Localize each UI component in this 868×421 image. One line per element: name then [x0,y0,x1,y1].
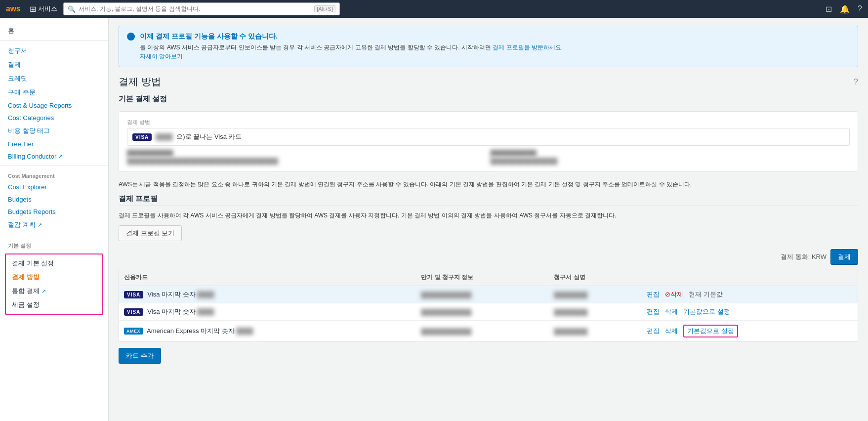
invoice-cell-3: ████████ [549,321,642,342]
banner-desc: 둘 이상의 AWS 서비스 공급자로부터 인보이스를 받는 경우 각 서비스 공… [140,43,563,61]
col-credit-card: 신용카드 [119,269,416,286]
payment-field-label: 결제 방법 [127,119,850,126]
view-profile-button[interactable]: 결제 프로필 보기 [119,225,182,241]
card-label-row3: American Express 마지막 숫자 ████ [147,327,253,336]
info-icon: i [127,33,135,41]
default-payment-card: 결제 방법 VISA ████ 으)로 끝나는 Visa 카드 ████████… [119,111,858,172]
table-row: VISA Visa 마지막 숫자 ████ ████████████ █████… [119,286,858,303]
sidebar-item-basic-settings[interactable]: 결제 기본 설정 [6,256,102,270]
payment-button[interactable]: 결제 [830,249,858,265]
sidebar-highlight-box: 결제 기본 설정 결제 방법 통합 결제 ↗ 세금 설정 [5,253,103,315]
currency-label: 결제 통화: KRW [781,253,827,261]
info-banner: i 이제 결제 프로필 기능을 사용할 수 있습니다. 둘 이상의 AWS 서비… [119,26,858,67]
set-default-link-2[interactable]: 기본값으로 설정 [683,308,730,315]
payment-profile-desc: 결제 프로필을 사용하여 각 AWS 서비스 공급자에게 결제 방법을 할당하여… [119,211,858,220]
delete-link-3[interactable]: 삭제 [665,327,678,335]
sidebar-item-cost-categories[interactable]: Cost Categories [0,112,108,124]
banner-title: 이제 결제 프로필 기능을 사용할 수 있습니다. [140,32,563,41]
col-invoice-desc: 청구서 설명 [549,269,642,286]
expiry-cell-2: ████████████ [416,303,549,321]
expiry-cell-1: ████████████ [416,286,549,303]
card-cell-2: VISA Visa 마지막 숫자 ████ [119,303,416,321]
actions-cell-3: 편집 삭제 기본값으로 설정 [642,321,858,342]
card-ending-text: 으)로 끝나는 Visa 카드 [176,132,241,141]
svg-text:aws: aws [6,4,21,13]
card-cell-3: AMEX American Express 마지막 숫자 ████ [119,321,416,342]
external-link-icon3: ↗ [41,288,46,295]
sidebar-item-credits[interactable]: 크레딧 [0,72,108,85]
edit-link-1[interactable]: 편집 [647,291,660,298]
sidebar-item-home[interactable]: 홈 [0,24,108,38]
add-card-button[interactable]: 카드 추가 [119,348,161,364]
visa-badge-row2: VISA [124,308,143,316]
amex-badge-row3: AMEX [124,328,143,335]
card-cell-1: VISA Visa 마지막 숫자 ████ [119,286,416,303]
main-content: i 이제 결제 프로필 기능을 사용할 수 있습니다. 둘 이상의 AWS 서비… [109,18,868,421]
expiry-cell-3: ████████████ [416,321,549,342]
help-icon[interactable]: ? [858,4,862,13]
billing-address-blurred-2: ████████████████████████████████████ [127,158,487,165]
page-title: 결제 방법 ? [119,75,858,88]
card-number-blurred: ████ [156,133,172,140]
default-card-row: VISA ████ 으)로 끝나는 Visa 카드 [127,128,850,146]
sidebar-item-budgets[interactable]: Budgets [0,193,108,206]
currency-row: 결제 통화: KRW 결제 [119,249,858,265]
invoice-cell-2: ████████ [549,303,642,321]
sidebar: 홈 청구서 결제 크레딧 구매 주문 Cost & Usage Reports … [0,18,109,421]
col-expiry-billing: 만기 및 청구지 정보 [416,269,549,286]
terminal-icon[interactable]: ⊡ [826,4,832,14]
card-label-row1: Visa 마지막 숫자 ████ [147,290,214,299]
edit-link-3[interactable]: 편집 [647,327,660,335]
credit-card-table: 신용카드 만기 및 청구지 정보 청구서 설명 VISA Visa 마지막 숫자… [119,269,858,342]
nav-icons: ⊡ 🔔 ? [826,4,862,14]
delete-link-2[interactable]: 삭제 [665,308,678,315]
default-payment-section-title: 기본 결제 설정 [119,94,858,106]
table-row: AMEX American Express 마지막 숫자 ████ ██████… [119,321,858,342]
billing-address-blurred-1: ████████████ [127,150,487,156]
actions-cell-1: 편집 ⊘삭제 현재 기본값 [642,286,858,303]
sidebar-item-cost-allocation-tags[interactable]: 비용 할당 태그 [0,124,108,138]
visa-badge-row1: VISA [124,291,143,298]
services-button[interactable]: ⊞ 서비스 [30,4,57,14]
invoice-cell-1: ████████ [549,286,642,303]
actions-cell-2: 편집 삭제 기본값으로 설정 [642,303,858,321]
aws-logo[interactable]: aws [6,3,24,15]
sidebar-item-payment-method[interactable]: 결제 방법 [6,270,102,284]
sidebar-item-purchase-orders[interactable]: 구매 주문 [0,85,108,99]
sidebar-section-cost-management: Cost Management [0,169,108,181]
external-link-icon2: ↗ [38,222,42,228]
billing-info-blurred-1: ████████████ [491,150,850,156]
sidebar-item-cost-explorer[interactable]: Cost Explorer [0,181,108,193]
sidebar-item-cost-usage-reports[interactable]: Cost & Usage Reports [0,99,108,112]
sidebar-item-savings-plan[interactable]: 절감 계획 ↗ [0,218,108,232]
billing-info-blurred-2: ████████████████ [491,158,850,165]
col-actions [642,269,858,286]
search-bar[interactable]: 🔍 [Alt+S] [63,2,340,15]
sidebar-item-free-tier[interactable]: Free Tier [0,138,108,150]
sidebar-item-billing-conductor[interactable]: Billing Conductor ↗ [0,150,108,163]
sidebar-item-tax-settings[interactable]: 세금 설정 [6,298,102,312]
payment-profile-title: 결제 프로필 [119,194,858,206]
delete-link-1[interactable]: ⊘삭제 [665,291,683,298]
page-help-icon[interactable]: ? [854,78,858,86]
search-shortcut: [Alt+S] [314,5,335,12]
external-link-icon: ↗ [58,153,63,160]
top-navigation: aws ⊞ 서비스 🔍 [Alt+S] ⊡ 🔔 ? [0,0,868,18]
sidebar-section-basic-settings: 기본 설정 [0,238,108,252]
payment-profile-section: 결제 프로필 결제 프로필을 사용하여 각 AWS 서비스 공급자에게 결제 방… [119,194,858,241]
visa-badge: VISA [132,133,152,141]
sidebar-item-invoice[interactable]: 청구서 [0,44,108,58]
edit-link-2[interactable]: 편집 [647,308,660,315]
sidebar-item-unified-payment[interactable]: 통합 결제 ↗ [6,284,102,298]
aws-info-text: AWS는 세금 적용을 결정하는 많은 요소 중 하나로 귀하의 기본 결제 방… [119,180,858,189]
bell-icon[interactable]: 🔔 [840,4,850,14]
main-layout: 홈 청구서 결제 크레딧 구매 주문 Cost & Usage Reports … [0,18,868,421]
set-default-highlighted-link[interactable]: 기본값으로 설정 [683,325,738,337]
table-row: VISA Visa 마지막 숫자 ████ ████████████ █████… [119,303,858,321]
banner-learn-more-link[interactable]: 자세히 알아보기 [140,53,183,60]
current-default-label: 현재 기본값 [689,291,723,298]
banner-profile-link[interactable]: 결제 프로필을 방문하세요. [493,44,563,51]
sidebar-item-budgets-reports[interactable]: Budgets Reports [0,206,108,218]
sidebar-item-payment[interactable]: 결제 [0,58,108,72]
search-input[interactable] [79,5,311,12]
